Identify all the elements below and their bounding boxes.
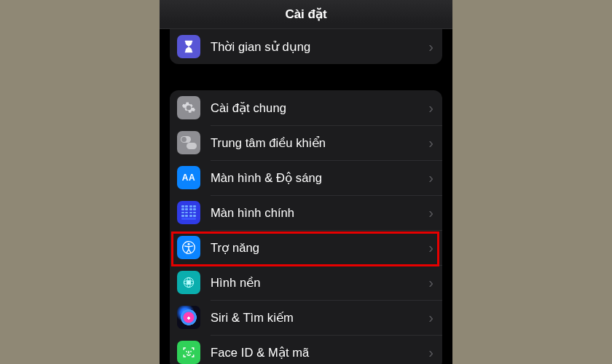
settings-group: Thời gian sử dụng › [170, 29, 442, 64]
row-faceid-passcode[interactable]: Face ID & Mật mã › [170, 335, 442, 364]
header: Cài đặt [160, 0, 452, 29]
display-icon: AA [177, 166, 200, 189]
svg-point-4 [187, 281, 191, 285]
row-label: Face ID & Mật mã [211, 346, 428, 360]
chevron-right-icon: › [428, 39, 434, 54]
row-label: Hình nền [211, 276, 428, 290]
row-label: Màn hình & Độ sáng [211, 171, 428, 185]
row-label: Trung tâm điều khiển [211, 136, 428, 150]
row-general[interactable]: Cài đặt chung › [170, 90, 442, 125]
chevron-right-icon: › [428, 345, 434, 360]
chevron-right-icon: › [428, 240, 434, 255]
display-glyph: AA [182, 173, 195, 183]
toggle-icon [177, 131, 200, 154]
row-label: Trợ năng [211, 241, 428, 255]
svg-rect-0 [185, 41, 193, 42]
settings-scroll[interactable]: Thời gian sử dụng › Cài đặt chung › [160, 29, 452, 364]
row-label: Siri & Tìm kiếm [211, 311, 428, 325]
gear-icon [177, 96, 200, 119]
faceid-icon [177, 341, 200, 364]
settings-group: Cài đặt chung › Trung tâm điều khiển › A… [170, 90, 442, 364]
row-siri-search[interactable]: Siri & Tìm kiếm › [170, 300, 442, 335]
chevron-right-icon: › [428, 275, 434, 290]
row-screen-time[interactable]: Thời gian sử dụng › [170, 29, 442, 64]
chevron-right-icon: › [428, 310, 434, 325]
row-accessibility[interactable]: Trợ năng › [170, 230, 442, 265]
home-grid-icon [177, 201, 200, 224]
row-label: Màn hình chính [211, 206, 428, 220]
siri-icon [177, 306, 200, 329]
row-wallpaper[interactable]: Hình nền › [170, 265, 442, 300]
row-home-screen[interactable]: Màn hình chính › [170, 195, 442, 230]
row-label: Cài đặt chung [211, 101, 428, 115]
chevron-right-icon: › [428, 135, 434, 150]
chevron-right-icon: › [428, 100, 434, 115]
chevron-right-icon: › [428, 205, 434, 220]
row-display-brightness[interactable]: AA Màn hình & Độ sáng › [170, 160, 442, 195]
chevron-right-icon: › [428, 170, 434, 185]
accessibility-icon [177, 236, 200, 259]
outer-frame: Cài đặt Thời gian sử dụng › [0, 0, 612, 364]
row-control-center[interactable]: Trung tâm điều khiển › [170, 125, 442, 160]
svg-point-3 [188, 243, 190, 245]
phone-viewport: Cài đặt Thời gian sử dụng › [160, 0, 452, 364]
svg-rect-1 [185, 51, 193, 52]
row-label: Thời gian sử dụng [211, 40, 428, 54]
wallpaper-icon [177, 271, 200, 294]
page-title: Cài đặt [285, 7, 326, 22]
hourglass-icon [177, 35, 200, 58]
